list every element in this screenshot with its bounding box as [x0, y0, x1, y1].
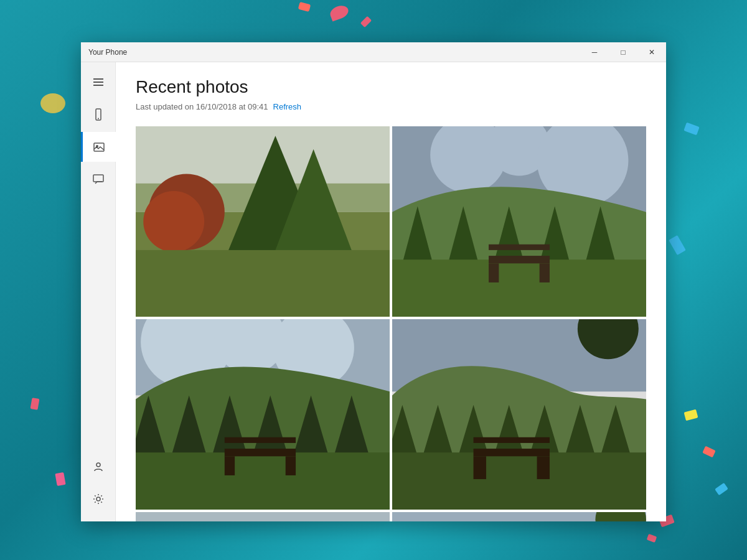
sidebar-item-people[interactable]	[81, 452, 116, 482]
phone-icon	[92, 108, 105, 121]
maximize-button[interactable]: □	[609, 42, 637, 62]
sidebar-menu-button[interactable]	[81, 67, 116, 97]
refresh-link[interactable]: Refresh	[273, 102, 302, 111]
photo-canvas-6	[392, 512, 646, 521]
minimize-button[interactable]: ─	[580, 42, 609, 62]
last-updated-text: Last updated on 16/10/2018 at 09:41	[136, 102, 268, 111]
sidebar-item-settings[interactable]	[81, 484, 116, 514]
svg-rect-7	[93, 175, 103, 182]
photo-cell-1[interactable]	[136, 126, 390, 317]
confetti-4	[40, 93, 65, 113]
sidebar-top	[81, 67, 116, 452]
photo-cell-3[interactable]	[136, 319, 390, 510]
subtitle-row: Last updated on 16/10/2018 at 09:41 Refr…	[136, 102, 646, 111]
sidebar-item-messages[interactable]	[81, 164, 116, 194]
photo-cell-2[interactable]	[392, 126, 646, 317]
sidebar-bottom	[81, 452, 116, 521]
photo-canvas-5	[136, 512, 390, 521]
close-button[interactable]: ✕	[637, 42, 666, 62]
app-window: Your Phone ─ □ ✕	[81, 42, 666, 521]
photo-canvas-1	[136, 126, 390, 317]
svg-point-8	[96, 463, 100, 467]
photo-cell-6[interactable]	[392, 512, 646, 521]
photo-canvas-4	[392, 319, 646, 510]
sidebar-item-photos[interactable]	[81, 132, 116, 162]
svg-rect-1	[93, 82, 103, 83]
messages-icon	[92, 173, 105, 185]
svg-rect-5	[94, 143, 104, 151]
svg-rect-0	[93, 78, 103, 80]
window-title: Your Phone	[88, 48, 127, 57]
photos-icon	[93, 141, 105, 153]
photo-canvas-2	[392, 126, 646, 317]
sidebar	[81, 62, 116, 521]
page-title: Recent photos	[136, 77, 646, 97]
title-bar: Your Phone ─ □ ✕	[81, 42, 666, 62]
main-content: Recent photos Last updated on 16/10/2018…	[116, 62, 666, 521]
photo-cell-5[interactable]	[136, 512, 390, 521]
photo-cell-4[interactable]	[392, 319, 646, 510]
settings-icon	[92, 493, 105, 505]
svg-rect-2	[93, 85, 103, 86]
svg-point-9	[96, 497, 100, 501]
people-icon	[92, 460, 105, 473]
window-controls: ─ □ ✕	[580, 42, 666, 62]
photo-canvas-3	[136, 319, 390, 510]
photo-grid	[136, 126, 646, 521]
window-body: Recent photos Last updated on 16/10/2018…	[81, 62, 666, 521]
hamburger-icon	[92, 76, 105, 88]
sidebar-item-phone[interactable]	[81, 100, 116, 129]
